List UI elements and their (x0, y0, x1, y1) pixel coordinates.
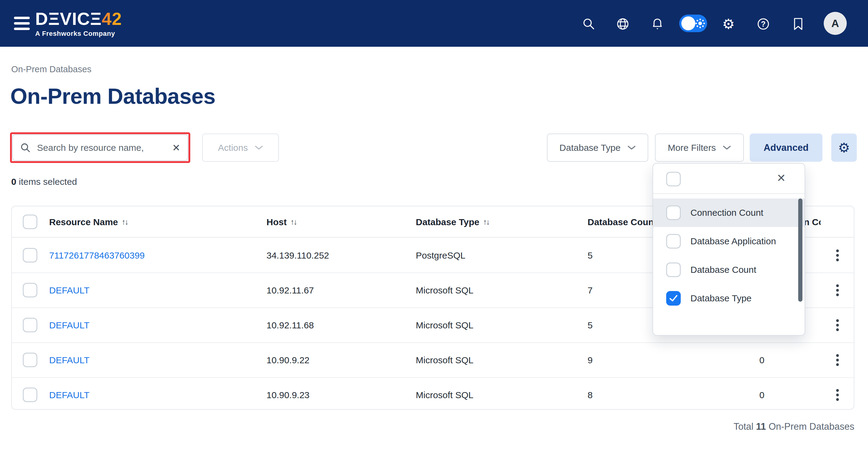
chevron-down-icon (723, 145, 731, 150)
sort-icon[interactable]: ↑↓ (122, 217, 128, 227)
row-checkbox[interactable] (23, 388, 37, 402)
search-input-icon (20, 142, 31, 153)
resource-name-link[interactable]: DEFAULT (49, 343, 90, 377)
database-count-cell: 7 (588, 273, 593, 307)
resource-name-link[interactable]: DEFAULT (49, 308, 90, 342)
filter-option-checkbox[interactable] (666, 263, 681, 277)
dropdown-scrollbar[interactable] (798, 199, 802, 302)
column-filter-dropdown: ✕ Connection Count Database Application … (653, 163, 805, 336)
search-clear-icon[interactable]: ✕ (169, 142, 180, 154)
more-filters-label: More Filters (668, 143, 716, 153)
filter-option-database-application[interactable]: Database Application (653, 227, 805, 255)
more-filters-button[interactable]: More Filters (655, 133, 744, 162)
page-title: On-Prem Databases (10, 84, 215, 109)
filter-option-connection-count[interactable]: Connection Count (653, 199, 805, 227)
filter-select-all-checkbox[interactable] (666, 172, 681, 186)
search-icon[interactable] (582, 17, 596, 31)
hamburger-menu-icon[interactable] (14, 16, 30, 31)
table-total-summary: Total 11 On-Prem Databases (734, 421, 854, 432)
connection-count-cell: 0 (760, 378, 765, 412)
database-count-cell: 5 (588, 238, 593, 273)
help-icon[interactable]: ? (756, 17, 771, 31)
database-count-cell: 8 (588, 378, 593, 412)
filter-option-database-type[interactable]: Database Type (653, 284, 805, 312)
row-checkbox[interactable] (23, 318, 37, 332)
chevron-down-icon (627, 145, 636, 150)
sort-icon[interactable]: ↑↓ (290, 217, 297, 227)
connection-count-cell: 0 (760, 343, 765, 377)
filter-option-checkbox[interactable] (666, 234, 681, 248)
toggle-knob (681, 17, 695, 30)
brand-text: DΞVICΞ (35, 9, 102, 29)
brand-logo[interactable]: DΞVICΞ42 A Freshworks Company (35, 10, 122, 38)
column-header-database-type[interactable]: Database Type↑↓ (416, 206, 489, 238)
row-menu-button[interactable] (831, 238, 843, 273)
sort-icon[interactable]: ↑↓ (483, 217, 489, 227)
total-suffix: On-Prem Databases (766, 421, 854, 432)
row-menu-button[interactable] (831, 308, 843, 342)
actions-label: Actions (218, 143, 248, 153)
resource-name-link[interactable]: DEFAULT (49, 378, 90, 412)
database-type-filter-label: Database Type (559, 143, 620, 153)
host-cell: 10.90.9.22 (267, 343, 310, 377)
filter-option-checkbox-checked[interactable] (666, 291, 681, 306)
database-type-cell: Microsoft SQL (416, 343, 473, 377)
page: DΞVICΞ42 A Freshworks Company (0, 0, 868, 454)
notifications-bell-icon[interactable] (650, 17, 665, 31)
top-navbar: DΞVICΞ42 A Freshworks Company (0, 0, 868, 47)
brand-accent-text: 42 (102, 9, 122, 29)
search-input[interactable] (37, 143, 169, 153)
settings-gear-icon[interactable]: ⚙ (721, 17, 736, 31)
database-type-cell: PostgreSQL (416, 238, 465, 273)
selection-summary: 0 items selected (11, 177, 77, 187)
selection-label: items selected (17, 177, 77, 187)
chevron-down-icon (255, 145, 263, 150)
breadcrumb[interactable]: On-Prem Databases (11, 64, 91, 74)
svg-text:?: ? (761, 20, 766, 28)
database-count-cell: 9 (588, 343, 593, 377)
host-cell: 34.139.110.252 (267, 238, 329, 273)
advanced-button[interactable]: Advanced (750, 133, 823, 162)
column-header-resource-name[interactable]: Resource Name↑↓ (49, 206, 128, 238)
table-row: DEFAULT 10.90.9.23 Microsoft SQL 8 0 (12, 378, 854, 412)
search-container: ✕ (12, 134, 188, 161)
total-prefix: Total (734, 421, 756, 432)
database-type-cell: Microsoft SQL (416, 273, 473, 307)
host-cell: 10.92.11.68 (267, 308, 314, 342)
row-checkbox[interactable] (23, 283, 37, 297)
resource-name-link[interactable]: DEFAULT (49, 273, 90, 307)
resource-name-link[interactable]: 7117261778463760399 (49, 238, 145, 273)
row-checkbox[interactable] (23, 248, 37, 263)
brand-subtitle: A Freshworks Company (35, 30, 122, 38)
database-type-cell: Microsoft SQL (416, 378, 473, 412)
close-icon[interactable]: ✕ (773, 170, 789, 186)
selection-count: 0 (11, 177, 17, 187)
total-count: 11 (756, 421, 766, 432)
row-checkbox[interactable] (23, 353, 37, 367)
row-menu-button[interactable] (831, 378, 843, 412)
bookmark-icon[interactable] (791, 17, 805, 31)
column-header-host[interactable]: Host↑↓ (267, 206, 297, 238)
host-cell: 10.90.9.23 (267, 378, 310, 412)
filter-option-checkbox[interactable] (666, 206, 681, 220)
host-cell: 10.92.11.67 (267, 273, 314, 307)
database-count-cell: 5 (588, 308, 593, 342)
table-row: DEFAULT 10.90.9.22 Microsoft SQL 9 0 (12, 343, 854, 377)
user-avatar[interactable]: A (824, 12, 847, 35)
database-type-filter-button[interactable]: Database Type (547, 133, 648, 162)
theme-toggle[interactable] (679, 14, 707, 32)
row-menu-button[interactable] (831, 273, 843, 307)
globe-icon[interactable] (616, 17, 630, 31)
table-settings-gear-button[interactable]: ⚙ (831, 133, 857, 162)
sun-icon (695, 18, 705, 29)
filter-dropdown-header: ✕ (653, 163, 805, 194)
actions-button[interactable]: Actions (202, 133, 279, 162)
check-icon (669, 294, 678, 302)
select-all-checkbox[interactable] (23, 215, 37, 229)
filter-option-database-count[interactable]: Database Count (653, 255, 805, 284)
row-menu-button[interactable] (831, 343, 843, 377)
database-type-cell: Microsoft SQL (416, 308, 473, 342)
